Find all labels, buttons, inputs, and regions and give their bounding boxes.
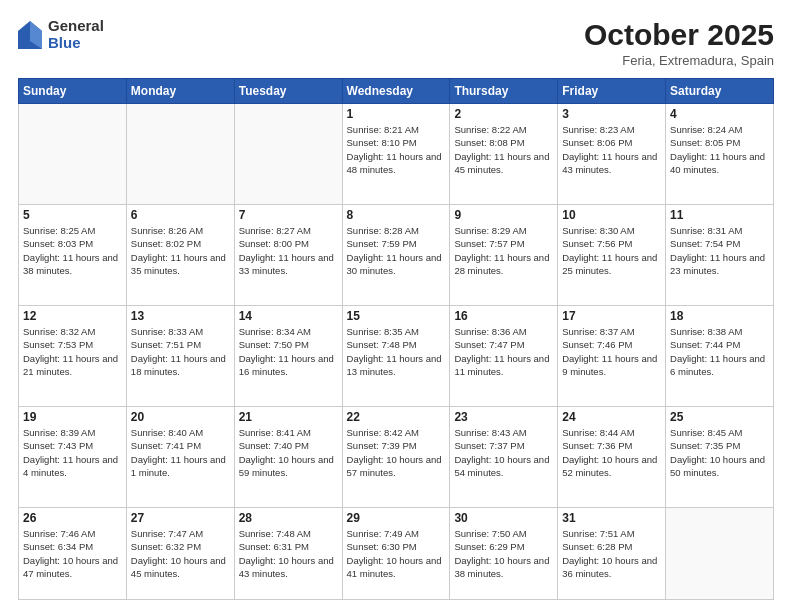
table-row: 11Sunrise: 8:31 AM Sunset: 7:54 PM Dayli… [666,205,774,306]
col-friday: Friday [558,79,666,104]
table-row: 5Sunrise: 8:25 AM Sunset: 8:03 PM Daylig… [19,205,127,306]
table-row: 9Sunrise: 8:29 AM Sunset: 7:57 PM Daylig… [450,205,558,306]
day-info: Sunrise: 8:45 AM Sunset: 7:35 PM Dayligh… [670,426,769,479]
table-row: 27Sunrise: 7:47 AM Sunset: 6:32 PM Dayli… [126,508,234,600]
day-number: 5 [23,208,122,222]
day-info: Sunrise: 8:41 AM Sunset: 7:40 PM Dayligh… [239,426,338,479]
table-row: 6Sunrise: 8:26 AM Sunset: 8:02 PM Daylig… [126,205,234,306]
day-number: 15 [347,309,446,323]
table-row: 16Sunrise: 8:36 AM Sunset: 7:47 PM Dayli… [450,306,558,407]
table-row: 2Sunrise: 8:22 AM Sunset: 8:08 PM Daylig… [450,104,558,205]
day-number: 10 [562,208,661,222]
day-info: Sunrise: 8:29 AM Sunset: 7:57 PM Dayligh… [454,224,553,277]
day-info: Sunrise: 8:44 AM Sunset: 7:36 PM Dayligh… [562,426,661,479]
col-tuesday: Tuesday [234,79,342,104]
col-saturday: Saturday [666,79,774,104]
day-number: 13 [131,309,230,323]
day-info: Sunrise: 8:32 AM Sunset: 7:53 PM Dayligh… [23,325,122,378]
day-number: 17 [562,309,661,323]
day-number: 31 [562,511,661,525]
day-info: Sunrise: 8:21 AM Sunset: 8:10 PM Dayligh… [347,123,446,176]
table-row: 14Sunrise: 8:34 AM Sunset: 7:50 PM Dayli… [234,306,342,407]
day-number: 25 [670,410,769,424]
day-info: Sunrise: 8:27 AM Sunset: 8:00 PM Dayligh… [239,224,338,277]
day-info: Sunrise: 8:26 AM Sunset: 8:02 PM Dayligh… [131,224,230,277]
col-monday: Monday [126,79,234,104]
day-info: Sunrise: 7:50 AM Sunset: 6:29 PM Dayligh… [454,527,553,580]
table-row: 7Sunrise: 8:27 AM Sunset: 8:00 PM Daylig… [234,205,342,306]
table-row: 1Sunrise: 8:21 AM Sunset: 8:10 PM Daylig… [342,104,450,205]
day-info: Sunrise: 8:39 AM Sunset: 7:43 PM Dayligh… [23,426,122,479]
day-number: 26 [23,511,122,525]
table-row [19,104,127,205]
day-info: Sunrise: 8:34 AM Sunset: 7:50 PM Dayligh… [239,325,338,378]
table-row: 21Sunrise: 8:41 AM Sunset: 7:40 PM Dayli… [234,407,342,508]
calendar-table: Sunday Monday Tuesday Wednesday Thursday… [18,78,774,600]
day-number: 12 [23,309,122,323]
day-info: Sunrise: 8:25 AM Sunset: 8:03 PM Dayligh… [23,224,122,277]
calendar-week-row: 1Sunrise: 8:21 AM Sunset: 8:10 PM Daylig… [19,104,774,205]
table-row [234,104,342,205]
day-info: Sunrise: 8:38 AM Sunset: 7:44 PM Dayligh… [670,325,769,378]
day-info: Sunrise: 8:42 AM Sunset: 7:39 PM Dayligh… [347,426,446,479]
calendar-week-row: 26Sunrise: 7:46 AM Sunset: 6:34 PM Dayli… [19,508,774,600]
col-thursday: Thursday [450,79,558,104]
day-info: Sunrise: 8:22 AM Sunset: 8:08 PM Dayligh… [454,123,553,176]
table-row: 29Sunrise: 7:49 AM Sunset: 6:30 PM Dayli… [342,508,450,600]
day-info: Sunrise: 8:33 AM Sunset: 7:51 PM Dayligh… [131,325,230,378]
table-row: 28Sunrise: 7:48 AM Sunset: 6:31 PM Dayli… [234,508,342,600]
table-row: 20Sunrise: 8:40 AM Sunset: 7:41 PM Dayli… [126,407,234,508]
day-number: 20 [131,410,230,424]
day-number: 22 [347,410,446,424]
day-number: 6 [131,208,230,222]
day-number: 3 [562,107,661,121]
day-info: Sunrise: 8:37 AM Sunset: 7:46 PM Dayligh… [562,325,661,378]
day-number: 28 [239,511,338,525]
day-info: Sunrise: 7:51 AM Sunset: 6:28 PM Dayligh… [562,527,661,580]
day-number: 1 [347,107,446,121]
day-info: Sunrise: 7:49 AM Sunset: 6:30 PM Dayligh… [347,527,446,580]
day-info: Sunrise: 7:47 AM Sunset: 6:32 PM Dayligh… [131,527,230,580]
table-row: 22Sunrise: 8:42 AM Sunset: 7:39 PM Dayli… [342,407,450,508]
day-number: 14 [239,309,338,323]
table-row: 13Sunrise: 8:33 AM Sunset: 7:51 PM Dayli… [126,306,234,407]
day-number: 16 [454,309,553,323]
table-row: 25Sunrise: 8:45 AM Sunset: 7:35 PM Dayli… [666,407,774,508]
day-number: 2 [454,107,553,121]
col-wednesday: Wednesday [342,79,450,104]
table-row: 18Sunrise: 8:38 AM Sunset: 7:44 PM Dayli… [666,306,774,407]
calendar-header-row: Sunday Monday Tuesday Wednesday Thursday… [19,79,774,104]
col-sunday: Sunday [19,79,127,104]
location: Feria, Extremadura, Spain [584,53,774,68]
day-info: Sunrise: 7:48 AM Sunset: 6:31 PM Dayligh… [239,527,338,580]
page: General Blue October 2025 Feria, Extrema… [0,0,792,612]
day-number: 27 [131,511,230,525]
logo-icon [18,21,42,49]
day-number: 8 [347,208,446,222]
calendar-week-row: 5Sunrise: 8:25 AM Sunset: 8:03 PM Daylig… [19,205,774,306]
title-block: October 2025 Feria, Extremadura, Spain [584,18,774,68]
table-row: 8Sunrise: 8:28 AM Sunset: 7:59 PM Daylig… [342,205,450,306]
logo-general: General [48,18,104,35]
day-number: 30 [454,511,553,525]
table-row: 31Sunrise: 7:51 AM Sunset: 6:28 PM Dayli… [558,508,666,600]
day-info: Sunrise: 8:24 AM Sunset: 8:05 PM Dayligh… [670,123,769,176]
day-info: Sunrise: 8:23 AM Sunset: 8:06 PM Dayligh… [562,123,661,176]
table-row: 23Sunrise: 8:43 AM Sunset: 7:37 PM Dayli… [450,407,558,508]
calendar-week-row: 12Sunrise: 8:32 AM Sunset: 7:53 PM Dayli… [19,306,774,407]
month-title: October 2025 [584,18,774,51]
day-number: 24 [562,410,661,424]
day-info: Sunrise: 8:43 AM Sunset: 7:37 PM Dayligh… [454,426,553,479]
table-row [126,104,234,205]
day-number: 4 [670,107,769,121]
table-row: 3Sunrise: 8:23 AM Sunset: 8:06 PM Daylig… [558,104,666,205]
table-row: 12Sunrise: 8:32 AM Sunset: 7:53 PM Dayli… [19,306,127,407]
day-number: 18 [670,309,769,323]
day-info: Sunrise: 8:35 AM Sunset: 7:48 PM Dayligh… [347,325,446,378]
day-info: Sunrise: 8:28 AM Sunset: 7:59 PM Dayligh… [347,224,446,277]
day-number: 9 [454,208,553,222]
day-info: Sunrise: 8:36 AM Sunset: 7:47 PM Dayligh… [454,325,553,378]
table-row: 15Sunrise: 8:35 AM Sunset: 7:48 PM Dayli… [342,306,450,407]
day-number: 23 [454,410,553,424]
header: General Blue October 2025 Feria, Extrema… [18,18,774,68]
